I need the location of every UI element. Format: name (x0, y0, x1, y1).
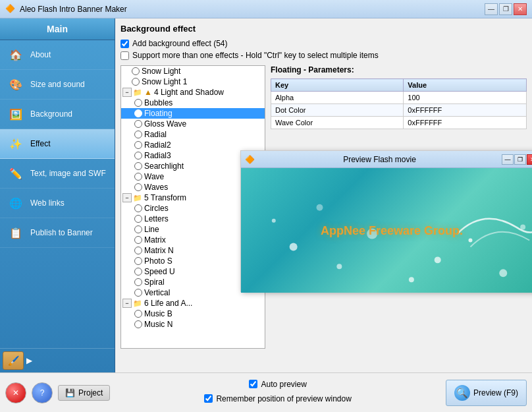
restore-button[interactable]: ❐ (499, 3, 512, 15)
sidebar-item-effect[interactable]: ✨ Effect (0, 129, 115, 159)
sidebar-item-background[interactable]: 🖼️ Background (0, 100, 115, 129)
radio-searchlight[interactable] (134, 162, 142, 170)
radio-music-n[interactable] (134, 320, 142, 328)
close-button[interactable]: ✕ (514, 3, 527, 15)
title-bar: 🔶 Aleo Flash Intro Banner Maker — ❐ ✕ (0, 0, 532, 18)
minimize-button[interactable]: — (485, 3, 498, 15)
radio-letters[interactable] (134, 215, 142, 223)
sidebar-item-text-image[interactable]: ✏️ Text, image and SWF (0, 159, 115, 189)
close-app-button[interactable]: ✕ (5, 382, 26, 403)
param-row-dot-color: Dot Color 0xFFFFFF (271, 104, 527, 117)
preview-minimize-btn[interactable]: — (502, 154, 514, 165)
tree-item-music-b[interactable]: Music B (121, 309, 265, 319)
tree-label-wave: Wave (144, 172, 164, 181)
preview-f9-button[interactable]: 🔍 Preview (F9) (446, 380, 527, 406)
sidebar-item-about[interactable]: 🏠 About (0, 40, 115, 70)
remember-position-checkbox[interactable] (204, 394, 213, 403)
preview-window-controls: — ❐ ✕ (502, 154, 532, 165)
radio-bubbles[interactable] (134, 99, 142, 107)
radio-snow-light[interactable] (132, 67, 140, 75)
add-bg-effect-label: Add background effect (54) (132, 39, 228, 48)
radio-gloss-wave[interactable] (134, 120, 142, 128)
radio-matrix-n[interactable] (134, 247, 142, 254)
radio-radial[interactable] (134, 131, 142, 138)
sidebar-bottom: 🖌️ ▶ (0, 348, 115, 372)
radio-waves[interactable] (134, 183, 142, 191)
radio-floating[interactable] (134, 109, 142, 117)
tree-item-music-n[interactable]: Music N (121, 319, 265, 330)
radio-radial2[interactable] (134, 141, 142, 149)
params-title: Floating - Parameters: (271, 65, 527, 74)
tree-label-life-and: 6 Life and A... (144, 299, 192, 308)
radio-line[interactable] (134, 225, 142, 233)
params-table: Key Value Alpha 100 Dot Color 0xFFFFFF (271, 78, 527, 129)
radio-radial3[interactable] (134, 152, 142, 160)
radio-speed-u[interactable] (134, 268, 142, 276)
expander-life-and[interactable]: − (122, 299, 132, 308)
tree-label-photo-s: Photo S (144, 256, 173, 266)
param-val-dot-color[interactable]: 0xFFFFFF (404, 104, 527, 117)
help-button[interactable]: ? (32, 382, 53, 403)
auto-preview-checkbox[interactable] (249, 380, 257, 388)
tree-label-radial2: Radial2 (144, 140, 171, 150)
folder-icon-transform: 📁 (133, 194, 142, 202)
sidebar-label-effect: Effect (30, 139, 50, 148)
param-val-wave-color[interactable]: 0xFFFFFF (404, 117, 527, 129)
support-multiple-checkbox[interactable] (120, 51, 129, 60)
preview-titlebar: 🔶 Preview Flash movie — ❐ ✕ (241, 151, 532, 168)
preview-close-btn[interactable]: ✕ (527, 154, 532, 165)
sidebar-header: Main (0, 18, 115, 40)
sidebar-label-text-image: Text, image and SWF (30, 169, 106, 178)
col-value: Value (404, 79, 527, 92)
svg-point-5 (499, 269, 507, 277)
preview-restore-btn[interactable]: ❐ (514, 154, 526, 165)
param-val-alpha[interactable]: 100 (404, 92, 527, 104)
remember-position-row: Remember position of preview window (204, 394, 351, 403)
preview-f9-icon: 🔍 (454, 385, 470, 401)
radio-vertical[interactable] (134, 289, 142, 297)
tree-item-radial[interactable]: Radial (121, 129, 265, 140)
help-icon: ? (40, 388, 45, 397)
background-icon: 🖼️ (7, 105, 25, 123)
tree-label-transform: 5 Transform (144, 193, 186, 202)
expander-light-shadow[interactable]: − (122, 88, 132, 97)
sidebar: Main 🏠 About 🎨 Size and sound 🖼️ Backgro… (0, 18, 115, 372)
text-image-icon: ✏️ (7, 164, 25, 183)
radio-matrix[interactable] (134, 236, 142, 244)
param-row-wave-color: Wave Color 0xFFFFFF (271, 117, 527, 129)
param-row-alpha: Alpha 100 (271, 92, 527, 104)
tree-item-snow-light[interactable]: Snow Light (121, 66, 265, 76)
radio-photo-s[interactable] (134, 257, 142, 265)
radio-snow-light-1[interactable] (132, 78, 140, 86)
tree-label-radial3: Radial3 (144, 151, 171, 160)
tree-item-radial2[interactable]: Radial2 (121, 140, 265, 150)
tree-item-floating[interactable]: Floating (121, 108, 265, 119)
window-controls: — ❐ ✕ (485, 3, 527, 15)
param-key-dot-color: Dot Color (271, 104, 404, 117)
svg-point-7 (272, 219, 276, 223)
tree-label-letters: Letters (144, 214, 169, 223)
add-bg-effect-checkbox[interactable] (120, 40, 129, 48)
tree-item-snow-light-1[interactable]: Snow Light 1 (121, 76, 265, 87)
tree-label-line: Line (144, 225, 159, 234)
tree-item-light-shadow[interactable]: − 📁 ▲ 4 Light and Shadow (121, 87, 265, 98)
radio-spiral[interactable] (134, 278, 142, 286)
radio-wave[interactable] (134, 173, 142, 181)
save-project-button[interactable]: 💾 Project (58, 385, 110, 401)
sidebar-arrow[interactable]: ▶ (26, 356, 32, 365)
radio-circles[interactable] (134, 204, 142, 212)
main-panel: Background effect Add background effect … (115, 18, 532, 372)
sidebar-item-size-sound[interactable]: 🎨 Size and sound (0, 70, 115, 100)
tree-item-bubbles[interactable]: Bubbles (121, 98, 265, 108)
sidebar-item-web-links[interactable]: 🌐 Web links (0, 189, 115, 218)
tree-label-bubbles: Bubbles (144, 98, 173, 107)
expander-transform[interactable]: − (122, 193, 132, 202)
paint-button[interactable]: 🖌️ (3, 351, 24, 370)
tree-label-vertical: Vertical (144, 288, 170, 297)
sidebar-item-publish[interactable]: 📋 Publish to Banner (0, 218, 115, 248)
tree-label-snow-light-1: Snow Light 1 (142, 77, 187, 86)
tree-item-life-and[interactable]: − 📁 6 Life and A... (121, 298, 265, 309)
radio-music-b[interactable] (134, 310, 142, 318)
tree-item-gloss-wave[interactable]: Gloss Wave (121, 119, 265, 129)
web-links-icon: 🌐 (7, 194, 25, 212)
